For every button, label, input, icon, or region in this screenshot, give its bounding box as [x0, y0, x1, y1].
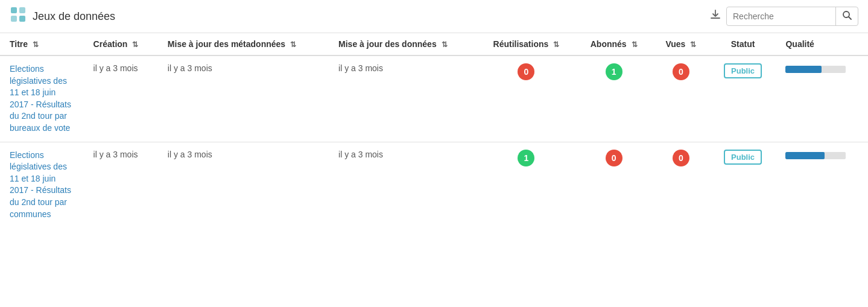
col-header-maj-meta[interactable]: Mise à jour des métadonnées ⇅ — [158, 33, 329, 55]
cell-qualite-0 — [776, 55, 868, 142]
col-header-maj-donnees[interactable]: Mise à jour des données ⇅ — [329, 33, 477, 55]
cell-statut-0: Public — [710, 55, 776, 142]
data-table: Titre ⇅ Création ⇅ Mise à jour des métad… — [0, 33, 868, 227]
page-title: Jeux de données — [33, 10, 115, 23]
cell-creation-1: il y a 3 mois — [84, 142, 158, 227]
header: Jeux de données — [0, 0, 868, 33]
col-header-abonnes[interactable]: Abonnés ⇅ — [575, 33, 652, 55]
sort-icon-maj-meta: ⇅ — [290, 40, 296, 49]
cell-reutilisations-0: 0 — [477, 55, 576, 142]
app-icon — [10, 6, 27, 27]
cell-titre-1[interactable]: Elections législatives des 11 et 18 juin… — [0, 142, 84, 227]
table-row: Elections législatives des 11 et 18 juin… — [0, 55, 868, 142]
quality-bar-1 — [785, 152, 825, 159]
quality-bar-container-0 — [785, 66, 846, 73]
sort-icon-vues: ⇅ — [690, 40, 696, 49]
search-container — [726, 7, 858, 26]
cell-titre-0[interactable]: Elections législatives des 11 et 18 juin… — [0, 55, 84, 142]
data-table-container: Titre ⇅ Création ⇅ Mise à jour des métad… — [0, 33, 868, 227]
badge-abonnes-0: 1 — [606, 63, 622, 80]
badge-reutilisations-1: 1 — [518, 150, 534, 166]
cell-vues-1: 0 — [652, 142, 710, 227]
badge-reutilisations-0: 0 — [518, 63, 534, 80]
col-header-creation[interactable]: Création ⇅ — [84, 33, 158, 55]
cell-abonnes-0: 1 — [575, 55, 652, 142]
search-input[interactable] — [727, 8, 835, 24]
search-button[interactable] — [835, 7, 858, 25]
cell-maj-meta-0: il y a 3 mois — [158, 55, 329, 142]
svg-rect-3 — [19, 16, 25, 22]
quality-bar-container-1 — [785, 152, 846, 159]
col-header-reutilisations[interactable]: Réutilisations ⇅ — [477, 33, 576, 55]
table-header-row: Titre ⇅ Création ⇅ Mise à jour des métad… — [0, 33, 868, 55]
svg-rect-2 — [11, 16, 17, 22]
quality-bar-0 — [785, 66, 822, 73]
sort-icon-reutilisations: ⇅ — [553, 40, 559, 49]
col-header-statut: Statut — [710, 33, 776, 55]
cell-maj-donnees-0: il y a 3 mois — [329, 55, 477, 142]
sort-icon-titre: ⇅ — [33, 40, 39, 49]
cell-statut-1: Public — [710, 142, 776, 227]
badge-vues-0: 0 — [673, 63, 689, 80]
cell-vues-0: 0 — [652, 55, 710, 142]
sort-icon-abonnes: ⇅ — [632, 40, 638, 49]
status-badge-1: Public — [724, 150, 762, 165]
col-header-titre[interactable]: Titre ⇅ — [0, 33, 84, 55]
col-header-vues[interactable]: Vues ⇅ — [652, 33, 710, 55]
cell-creation-0: il y a 3 mois — [84, 55, 158, 142]
col-header-qualite: Qualité — [776, 33, 868, 55]
table-row: Elections législatives des 11 et 18 juin… — [0, 142, 868, 227]
svg-rect-1 — [19, 7, 25, 13]
cell-reutilisations-1: 1 — [477, 142, 576, 227]
badge-vues-1: 0 — [673, 150, 689, 166]
badge-abonnes-1: 0 — [606, 150, 622, 166]
svg-rect-0 — [11, 7, 17, 13]
sort-icon-creation: ⇅ — [132, 40, 138, 49]
download-icon[interactable] — [709, 9, 721, 24]
cell-maj-meta-1: il y a 3 mois — [158, 142, 329, 227]
cell-abonnes-1: 0 — [575, 142, 652, 227]
status-badge-0: Public — [724, 63, 762, 78]
cell-maj-donnees-1: il y a 3 mois — [329, 142, 477, 227]
svg-line-5 — [849, 17, 851, 19]
sort-icon-maj-donnees: ⇅ — [442, 40, 448, 49]
cell-qualite-1 — [776, 142, 868, 227]
